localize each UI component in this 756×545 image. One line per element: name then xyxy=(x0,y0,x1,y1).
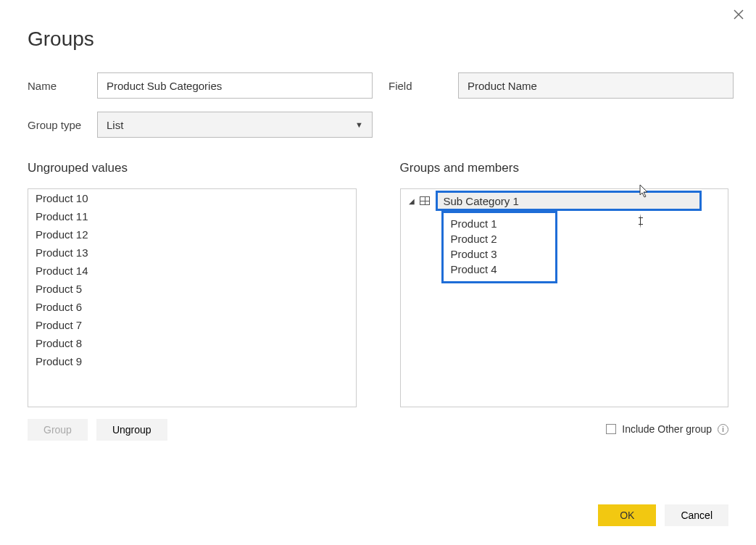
list-item[interactable]: Product 11 xyxy=(28,207,356,225)
close-icon[interactable] xyxy=(730,6,747,23)
member-item[interactable]: Product 4 xyxy=(451,262,548,277)
text-cursor-icon xyxy=(640,214,641,228)
groups-listbox[interactable]: ◢ Sub Category 1 Product 1 Product 2 Pro… xyxy=(400,188,729,407)
table-icon xyxy=(420,196,430,205)
member-item[interactable]: Product 1 xyxy=(451,216,548,231)
group-button: Group xyxy=(28,419,88,441)
group-row[interactable]: ◢ Sub Category 1 xyxy=(401,191,728,211)
name-label: Name xyxy=(28,80,97,92)
name-input[interactable] xyxy=(97,72,373,99)
groups-header: Groups and members xyxy=(400,161,729,175)
field-input xyxy=(458,72,734,99)
ungroup-button[interactable]: Ungroup xyxy=(96,419,167,441)
list-item[interactable]: Product 10 xyxy=(28,189,356,207)
member-item[interactable]: Product 2 xyxy=(451,231,548,246)
group-type-label: Group type xyxy=(28,119,97,131)
dialog-title: Groups xyxy=(28,28,756,51)
list-item[interactable]: Product 13 xyxy=(28,244,356,262)
group-type-value: List xyxy=(107,119,123,131)
list-item[interactable]: Product 8 xyxy=(28,334,356,352)
list-item[interactable]: Product 12 xyxy=(28,225,356,244)
cancel-button[interactable]: Cancel xyxy=(665,504,728,526)
collapse-icon[interactable]: ◢ xyxy=(408,197,415,204)
group-name-input[interactable]: Sub Category 1 xyxy=(436,191,702,211)
list-item[interactable]: Product 9 xyxy=(28,352,356,370)
group-type-select[interactable]: List ▼ xyxy=(97,112,373,138)
member-item[interactable]: Product 3 xyxy=(451,246,548,262)
list-item[interactable]: Product 6 xyxy=(28,298,356,316)
list-item[interactable]: Product 5 xyxy=(28,280,356,298)
list-item[interactable]: Product 14 xyxy=(28,262,356,280)
info-icon[interactable]: i xyxy=(718,424,728,435)
group-members-frame: Product 1 Product 2 Product 3 Product 4 xyxy=(441,211,557,283)
ungrouped-header: Ungrouped values xyxy=(28,161,357,175)
field-label: Field xyxy=(389,80,458,92)
ungrouped-listbox[interactable]: Product 10 Product 11 Product 12 Product… xyxy=(28,188,357,407)
include-other-label: Include Other group xyxy=(622,423,712,435)
chevron-down-icon: ▼ xyxy=(355,120,363,129)
include-other-checkbox[interactable] xyxy=(606,424,616,434)
list-item[interactable]: Product 7 xyxy=(28,316,356,334)
ok-button[interactable]: OK xyxy=(598,504,656,526)
